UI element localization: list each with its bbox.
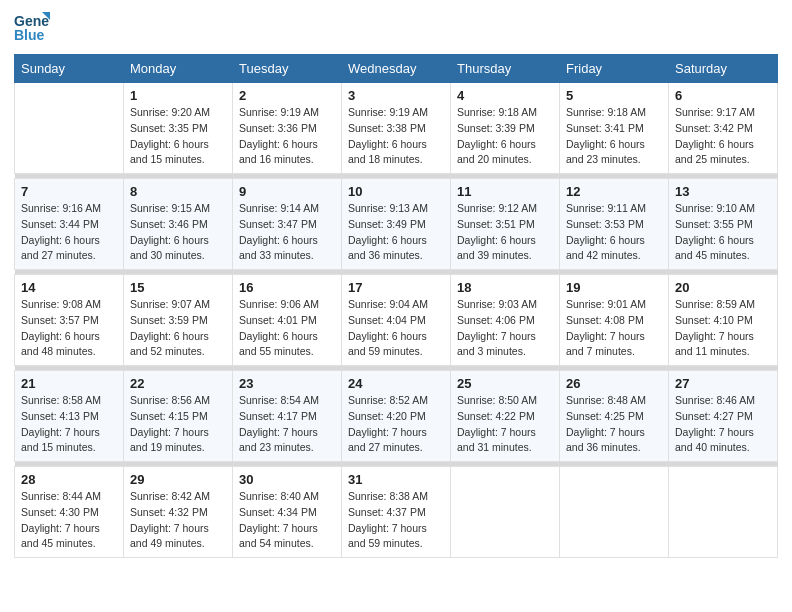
day-cell: 3Sunrise: 9:19 AMSunset: 3:38 PMDaylight… xyxy=(342,83,451,174)
week-row-2: 7Sunrise: 9:16 AMSunset: 3:44 PMDaylight… xyxy=(15,179,778,270)
day-number: 14 xyxy=(21,280,117,295)
day-number: 12 xyxy=(566,184,662,199)
day-number: 16 xyxy=(239,280,335,295)
day-number: 30 xyxy=(239,472,335,487)
day-cell: 25Sunrise: 8:50 AMSunset: 4:22 PMDayligh… xyxy=(451,371,560,462)
week-row-4: 21Sunrise: 8:58 AMSunset: 4:13 PMDayligh… xyxy=(15,371,778,462)
day-cell: 21Sunrise: 8:58 AMSunset: 4:13 PMDayligh… xyxy=(15,371,124,462)
day-info: Sunrise: 9:10 AMSunset: 3:55 PMDaylight:… xyxy=(675,201,771,264)
day-number: 6 xyxy=(675,88,771,103)
day-number: 9 xyxy=(239,184,335,199)
week-row-1: 1Sunrise: 9:20 AMSunset: 3:35 PMDaylight… xyxy=(15,83,778,174)
logo-svg: General Blue xyxy=(14,10,50,46)
header: General Blue xyxy=(14,10,778,46)
day-info: Sunrise: 9:04 AMSunset: 4:04 PMDaylight:… xyxy=(348,297,444,360)
day-cell: 13Sunrise: 9:10 AMSunset: 3:55 PMDayligh… xyxy=(669,179,778,270)
day-info: Sunrise: 8:59 AMSunset: 4:10 PMDaylight:… xyxy=(675,297,771,360)
day-info: Sunrise: 9:11 AMSunset: 3:53 PMDaylight:… xyxy=(566,201,662,264)
day-number: 20 xyxy=(675,280,771,295)
day-cell: 1Sunrise: 9:20 AMSunset: 3:35 PMDaylight… xyxy=(124,83,233,174)
day-info: Sunrise: 8:58 AMSunset: 4:13 PMDaylight:… xyxy=(21,393,117,456)
day-cell: 16Sunrise: 9:06 AMSunset: 4:01 PMDayligh… xyxy=(233,275,342,366)
day-cell: 19Sunrise: 9:01 AMSunset: 4:08 PMDayligh… xyxy=(560,275,669,366)
day-cell: 29Sunrise: 8:42 AMSunset: 4:32 PMDayligh… xyxy=(124,467,233,558)
col-header-sunday: Sunday xyxy=(15,55,124,83)
day-number: 7 xyxy=(21,184,117,199)
day-cell: 12Sunrise: 9:11 AMSunset: 3:53 PMDayligh… xyxy=(560,179,669,270)
day-number: 5 xyxy=(566,88,662,103)
col-header-tuesday: Tuesday xyxy=(233,55,342,83)
day-number: 24 xyxy=(348,376,444,391)
day-info: Sunrise: 8:48 AMSunset: 4:25 PMDaylight:… xyxy=(566,393,662,456)
day-number: 15 xyxy=(130,280,226,295)
day-info: Sunrise: 9:20 AMSunset: 3:35 PMDaylight:… xyxy=(130,105,226,168)
col-header-thursday: Thursday xyxy=(451,55,560,83)
day-number: 13 xyxy=(675,184,771,199)
day-number: 26 xyxy=(566,376,662,391)
day-cell: 10Sunrise: 9:13 AMSunset: 3:49 PMDayligh… xyxy=(342,179,451,270)
day-cell: 2Sunrise: 9:19 AMSunset: 3:36 PMDaylight… xyxy=(233,83,342,174)
day-info: Sunrise: 9:18 AMSunset: 3:39 PMDaylight:… xyxy=(457,105,553,168)
day-cell: 28Sunrise: 8:44 AMSunset: 4:30 PMDayligh… xyxy=(15,467,124,558)
day-cell: 6Sunrise: 9:17 AMSunset: 3:42 PMDaylight… xyxy=(669,83,778,174)
day-number: 10 xyxy=(348,184,444,199)
day-info: Sunrise: 9:17 AMSunset: 3:42 PMDaylight:… xyxy=(675,105,771,168)
day-cell: 24Sunrise: 8:52 AMSunset: 4:20 PMDayligh… xyxy=(342,371,451,462)
day-info: Sunrise: 8:52 AMSunset: 4:20 PMDaylight:… xyxy=(348,393,444,456)
week-row-5: 28Sunrise: 8:44 AMSunset: 4:30 PMDayligh… xyxy=(15,467,778,558)
day-number: 11 xyxy=(457,184,553,199)
day-number: 8 xyxy=(130,184,226,199)
day-cell: 26Sunrise: 8:48 AMSunset: 4:25 PMDayligh… xyxy=(560,371,669,462)
day-cell: 31Sunrise: 8:38 AMSunset: 4:37 PMDayligh… xyxy=(342,467,451,558)
day-cell: 9Sunrise: 9:14 AMSunset: 3:47 PMDaylight… xyxy=(233,179,342,270)
day-cell: 22Sunrise: 8:56 AMSunset: 4:15 PMDayligh… xyxy=(124,371,233,462)
svg-text:Blue: Blue xyxy=(14,27,45,43)
day-cell: 8Sunrise: 9:15 AMSunset: 3:46 PMDaylight… xyxy=(124,179,233,270)
day-info: Sunrise: 8:38 AMSunset: 4:37 PMDaylight:… xyxy=(348,489,444,552)
day-info: Sunrise: 9:16 AMSunset: 3:44 PMDaylight:… xyxy=(21,201,117,264)
col-header-monday: Monday xyxy=(124,55,233,83)
day-info: Sunrise: 8:50 AMSunset: 4:22 PMDaylight:… xyxy=(457,393,553,456)
logo: General Blue xyxy=(14,10,50,46)
week-row-3: 14Sunrise: 9:08 AMSunset: 3:57 PMDayligh… xyxy=(15,275,778,366)
day-number: 22 xyxy=(130,376,226,391)
day-number: 18 xyxy=(457,280,553,295)
day-cell: 11Sunrise: 9:12 AMSunset: 3:51 PMDayligh… xyxy=(451,179,560,270)
day-number: 21 xyxy=(21,376,117,391)
day-info: Sunrise: 9:19 AMSunset: 3:38 PMDaylight:… xyxy=(348,105,444,168)
day-info: Sunrise: 9:12 AMSunset: 3:51 PMDaylight:… xyxy=(457,201,553,264)
day-info: Sunrise: 9:14 AMSunset: 3:47 PMDaylight:… xyxy=(239,201,335,264)
page: General Blue SundayMondayTuesdayWednesda… xyxy=(0,0,792,612)
day-number: 4 xyxy=(457,88,553,103)
day-number: 31 xyxy=(348,472,444,487)
day-cell: 23Sunrise: 8:54 AMSunset: 4:17 PMDayligh… xyxy=(233,371,342,462)
day-cell: 4Sunrise: 9:18 AMSunset: 3:39 PMDaylight… xyxy=(451,83,560,174)
col-header-wednesday: Wednesday xyxy=(342,55,451,83)
day-cell: 27Sunrise: 8:46 AMSunset: 4:27 PMDayligh… xyxy=(669,371,778,462)
day-number: 3 xyxy=(348,88,444,103)
day-info: Sunrise: 9:18 AMSunset: 3:41 PMDaylight:… xyxy=(566,105,662,168)
day-cell: 18Sunrise: 9:03 AMSunset: 4:06 PMDayligh… xyxy=(451,275,560,366)
day-cell: 15Sunrise: 9:07 AMSunset: 3:59 PMDayligh… xyxy=(124,275,233,366)
day-info: Sunrise: 9:06 AMSunset: 4:01 PMDaylight:… xyxy=(239,297,335,360)
day-number: 27 xyxy=(675,376,771,391)
day-number: 19 xyxy=(566,280,662,295)
day-cell: 7Sunrise: 9:16 AMSunset: 3:44 PMDaylight… xyxy=(15,179,124,270)
day-cell: 17Sunrise: 9:04 AMSunset: 4:04 PMDayligh… xyxy=(342,275,451,366)
day-info: Sunrise: 8:54 AMSunset: 4:17 PMDaylight:… xyxy=(239,393,335,456)
day-info: Sunrise: 8:56 AMSunset: 4:15 PMDaylight:… xyxy=(130,393,226,456)
day-info: Sunrise: 8:42 AMSunset: 4:32 PMDaylight:… xyxy=(130,489,226,552)
calendar-table: SundayMondayTuesdayWednesdayThursdayFrid… xyxy=(14,54,778,558)
day-cell: 5Sunrise: 9:18 AMSunset: 3:41 PMDaylight… xyxy=(560,83,669,174)
day-cell xyxy=(451,467,560,558)
day-info: Sunrise: 9:07 AMSunset: 3:59 PMDaylight:… xyxy=(130,297,226,360)
day-cell: 30Sunrise: 8:40 AMSunset: 4:34 PMDayligh… xyxy=(233,467,342,558)
day-info: Sunrise: 9:08 AMSunset: 3:57 PMDaylight:… xyxy=(21,297,117,360)
day-number: 23 xyxy=(239,376,335,391)
day-info: Sunrise: 9:13 AMSunset: 3:49 PMDaylight:… xyxy=(348,201,444,264)
day-info: Sunrise: 8:40 AMSunset: 4:34 PMDaylight:… xyxy=(239,489,335,552)
day-info: Sunrise: 9:19 AMSunset: 3:36 PMDaylight:… xyxy=(239,105,335,168)
day-cell xyxy=(560,467,669,558)
day-number: 17 xyxy=(348,280,444,295)
day-info: Sunrise: 8:44 AMSunset: 4:30 PMDaylight:… xyxy=(21,489,117,552)
